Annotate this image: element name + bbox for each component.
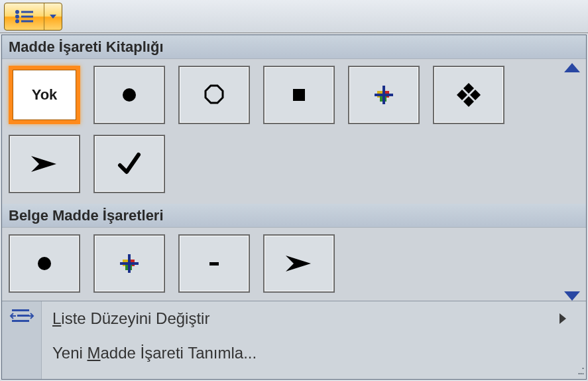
svg-point-4 [15, 19, 19, 23]
menu-item-change-list-level[interactable]: Liste Düzeyini Değiştir [48, 301, 586, 336]
menu-text-underline: L [52, 309, 61, 327]
svg-rect-8 [293, 89, 305, 101]
svg-rect-21 [12, 309, 29, 311]
bullets-gallery-dropdown: Madde İşareti Kitaplığı Yok [1, 35, 587, 380]
submenu-arrow-icon [559, 313, 566, 324]
svg-marker-7 [206, 86, 223, 103]
gallery-row [9, 135, 558, 193]
bullet-option-square[interactable] [263, 66, 335, 124]
svg-rect-20 [209, 262, 219, 266]
bulleted-list-button[interactable] [5, 3, 44, 30]
svg-rect-23 [12, 320, 29, 322]
svg-rect-5 [21, 21, 33, 23]
svg-point-14 [38, 257, 51, 270]
menu-icon-strip [2, 301, 42, 379]
bullet-option-diamonds[interactable] [433, 66, 504, 124]
bullet-option-plus-color[interactable] [348, 66, 420, 124]
disc-icon [119, 85, 139, 105]
scroll-up-button[interactable] [564, 63, 580, 72]
gallery-row: Yok [9, 66, 558, 124]
bullet-option-circle[interactable] [178, 66, 250, 124]
bullet-option-arrowhead[interactable] [9, 135, 80, 193]
chevron-down-icon [49, 13, 57, 21]
menu-item-define-new-bullet[interactable]: Yeni Madde İşareti Tanımla... [48, 336, 586, 370]
color-plus-icon [371, 82, 397, 108]
color-plus-icon [116, 250, 143, 277]
svg-point-6 [123, 88, 136, 102]
circle-icon [203, 84, 225, 106]
bullet-option-plus-color[interactable] [93, 234, 165, 293]
bullet-option-none[interactable]: Yok [9, 66, 80, 124]
check-icon [116, 151, 143, 177]
bullet-option-arrowhead[interactable] [263, 234, 335, 293]
bulleted-list-dropdown-arrow[interactable] [44, 3, 62, 30]
arrowhead-icon [29, 152, 60, 176]
resize-grip[interactable]: ..: [577, 364, 583, 378]
scroll-column [559, 59, 585, 305]
disc-icon [34, 254, 54, 273]
bulleted-list-icon [15, 9, 34, 24]
gallery-row [9, 234, 558, 293]
menu-text-underline: M [88, 344, 101, 362]
svg-rect-1 [21, 11, 33, 13]
bullet-option-disc[interactable] [9, 234, 80, 293]
menu-area: Liste Düzeyini Değiştir Yeni Madde İşare… [2, 301, 586, 379]
svg-point-2 [15, 15, 19, 19]
window: Madde İşareti Kitaplığı Yok [0, 0, 588, 381]
svg-rect-3 [21, 16, 33, 18]
gallery-library: Yok [2, 59, 586, 310]
section-header-document: Belge Madde İşaretleri [2, 204, 586, 228]
square-icon [289, 85, 309, 105]
dash-icon [204, 254, 224, 273]
svg-rect-19 [120, 262, 139, 265]
svg-rect-22 [17, 315, 29, 317]
arrowhead-icon [283, 252, 315, 275]
menu-text: iste Düzeyini Değiştir [61, 309, 209, 327]
bullet-option-dash[interactable] [178, 234, 250, 293]
menu-text: Yeni [52, 344, 88, 362]
bullet-option-check[interactable] [93, 135, 165, 193]
section-header-library: Madde İşareti Kitaplığı [2, 35, 586, 59]
bullet-option-disc[interactable] [93, 66, 165, 124]
menu-text: adde İşareti Tanımla... [101, 344, 257, 362]
indent-level-icon [9, 307, 34, 325]
bulleted-list-split-button[interactable] [4, 3, 62, 31]
diamonds-icon [454, 80, 483, 110]
svg-rect-13 [375, 94, 393, 96]
toolbar [0, 0, 588, 33]
scroll-down-button[interactable] [564, 291, 580, 301]
svg-point-0 [15, 10, 19, 14]
